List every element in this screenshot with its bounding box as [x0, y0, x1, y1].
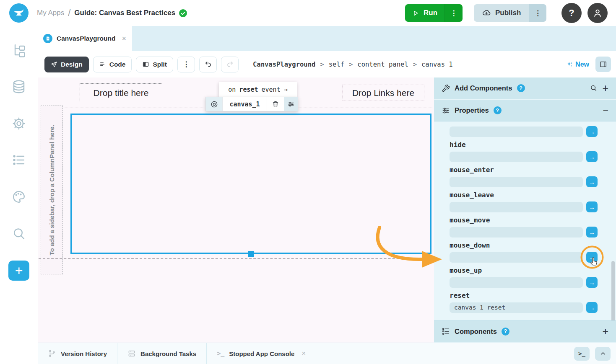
component-breadcrumb: CanvasPlayground > self > content_panel … [253, 61, 453, 68]
sidebar-layout-icon [599, 60, 607, 68]
search-icon[interactable] [590, 84, 598, 92]
help-badge[interactable]: ? [494, 106, 502, 114]
trash-icon [272, 101, 279, 108]
anvil-logo-icon[interactable] [9, 3, 29, 23]
bind-arrow-button[interactable]: → [586, 176, 598, 187]
drop-links-zone[interactable]: Drop Links here [342, 85, 424, 101]
component-settings-button[interactable] [284, 97, 298, 111]
anvil-editor: My Apps / Guide: Canvas Best Practices R… [0, 0, 616, 364]
bind-arrow-button[interactable]: → [586, 151, 598, 162]
chevron-up-icon [600, 350, 606, 357]
property-label: mouse_enter [450, 166, 598, 174]
scrollbar-thumb[interactable] [611, 261, 615, 324]
version-history-button[interactable]: Version History [38, 343, 117, 364]
property-input[interactable] [450, 177, 583, 187]
plus-icon[interactable]: + [602, 83, 608, 93]
bind-arrow-button[interactable]: → [586, 227, 598, 238]
collapse-icon[interactable]: − [603, 106, 608, 115]
publish-button[interactable]: Publish [474, 4, 529, 22]
more-options-button[interactable]: ⋮ [177, 57, 195, 72]
expand-panel-button[interactable] [595, 347, 611, 361]
chevron-separator: > [320, 61, 324, 68]
background-tasks-button[interactable]: Background Tasks [117, 343, 207, 364]
visibility-button[interactable] [206, 97, 223, 111]
search-icon[interactable] [11, 226, 27, 242]
redo-button[interactable] [221, 57, 239, 72]
question-icon: ? [569, 8, 574, 18]
component-name[interactable]: canvas_1 [223, 97, 267, 111]
plus-icon[interactable]: + [602, 326, 608, 337]
bind-arrow-button[interactable]: → [586, 126, 598, 137]
property-label: mouse_leave [450, 191, 598, 199]
drop-title-zone[interactable]: Drop title here [80, 83, 162, 102]
database-icon[interactable] [11, 79, 27, 95]
properties-list: → hide → mouse_enter → mouse_leave → mou… [434, 122, 616, 320]
sparkles-icon [566, 61, 574, 68]
open-console-button[interactable]: >_ [574, 347, 590, 361]
property-input[interactable] [450, 227, 583, 238]
run-label: Run [424, 9, 437, 17]
settings-gear-icon[interactable] [11, 116, 27, 132]
tab-close-icon[interactable]: × [122, 34, 126, 43]
theme-palette-icon[interactable] [11, 189, 27, 205]
add-new-button[interactable]: + [8, 261, 29, 281]
arrow-right-icon: → [284, 86, 288, 93]
add-components-title: Add Components [455, 84, 512, 92]
design-view-button[interactable]: Design [44, 57, 89, 72]
design-label: Design [61, 61, 83, 68]
app-console-button[interactable]: >_ Stopped App Console × [207, 343, 316, 364]
breadcrumb-my-apps[interactable]: My Apps [37, 9, 64, 17]
property-input-reset[interactable]: canvas_1_reset [450, 302, 583, 313]
breadcrumb-self[interactable]: self [329, 61, 344, 68]
toggle-panel-button[interactable] [595, 57, 611, 72]
help-badge[interactable]: ? [502, 328, 509, 336]
help-badge[interactable]: ? [517, 84, 525, 92]
code-view-button[interactable]: Code [93, 57, 132, 72]
property-input[interactable] [450, 152, 583, 162]
account-button[interactable] [587, 3, 608, 23]
breadcrumb-form[interactable]: CanvasPlayground [253, 61, 315, 68]
app-structure-icon[interactable] [11, 42, 27, 58]
arrow-right-icon: → [589, 204, 595, 211]
property-input[interactable] [450, 252, 583, 263]
property-label: hide [450, 141, 598, 149]
run-options-button[interactable]: ⋮ [444, 4, 463, 22]
sidebar-drop-zone[interactable]: To add a sidebar, drop a ColumnPanel her… [41, 106, 63, 274]
close-console-icon[interactable]: × [302, 349, 306, 358]
breadcrumb-canvas-1[interactable]: canvas_1 [421, 61, 453, 68]
list-icon[interactable] [11, 152, 27, 168]
content-divider-dashed [39, 258, 433, 259]
event-tooltip[interactable]: on reset event → [219, 82, 297, 97]
bind-arrow-button-mouse-down[interactable]: → [586, 252, 598, 263]
breadcrumb-content-panel[interactable]: content_panel [357, 61, 408, 68]
bind-arrow-button[interactable]: → [586, 201, 598, 212]
git-branch-icon [48, 349, 56, 358]
components-header[interactable]: Components ? + [434, 320, 616, 342]
help-button[interactable]: ? [561, 3, 582, 23]
run-button[interactable]: Run [405, 4, 444, 22]
delete-button[interactable] [267, 97, 284, 111]
resize-handle[interactable] [248, 251, 254, 257]
publish-options-button[interactable]: ⋮ [529, 4, 546, 22]
bind-arrow-button[interactable]: → [586, 277, 598, 288]
add-components-header[interactable]: Add Components ? + [434, 77, 616, 99]
top-bar: My Apps / Guide: Canvas Best Practices R… [0, 0, 616, 26]
properties-title: Properties [455, 106, 489, 114]
arrow-right-icon: → [589, 128, 595, 135]
saved-check-icon [179, 9, 187, 17]
tab-label: CanvasPlayground [57, 35, 115, 42]
bind-arrow-button[interactable]: → [586, 302, 598, 313]
properties-sliders-icon [442, 106, 450, 115]
sidebar-drop-hint-text: To add a sidebar, drop a ColumnPanel her… [48, 125, 55, 255]
property-input[interactable] [450, 202, 583, 212]
cloud-upload-icon [482, 8, 491, 18]
publish-label: Publish [495, 9, 521, 17]
tab-canvasplayground[interactable]: CanvasPlayground × [38, 26, 132, 51]
split-view-button[interactable]: Split [136, 57, 173, 72]
property-input[interactable] [450, 277, 583, 288]
selected-canvas-component[interactable] [70, 114, 431, 254]
new-button[interactable]: New [566, 61, 589, 68]
property-input[interactable] [450, 126, 583, 137]
properties-header[interactable]: Properties ? − [434, 100, 616, 121]
undo-button[interactable] [199, 57, 217, 72]
